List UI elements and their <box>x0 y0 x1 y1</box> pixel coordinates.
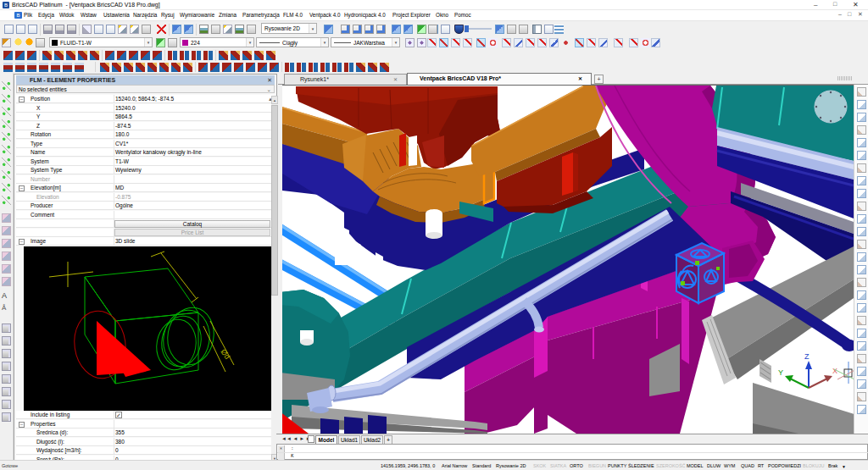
svg-text:Y: Y <box>778 368 783 377</box>
svg-text:Z: Z <box>804 352 810 361</box>
svg-text:Ød: Ød <box>219 347 231 361</box>
